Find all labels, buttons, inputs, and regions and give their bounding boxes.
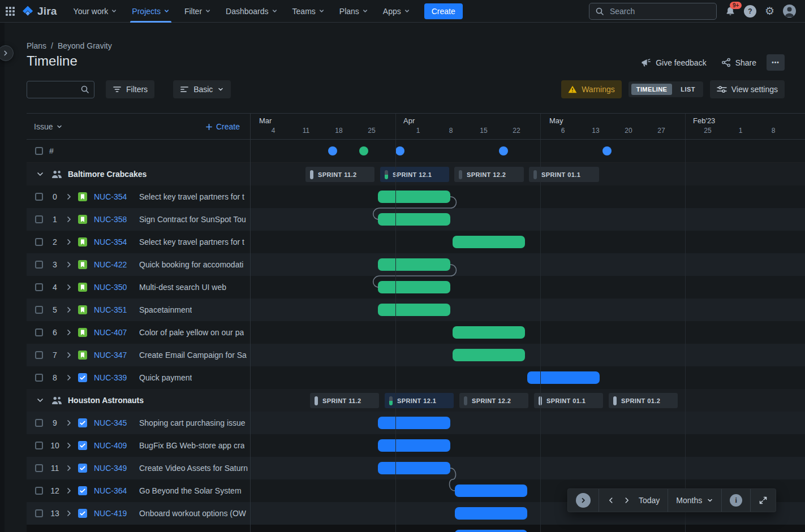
expand-row-icon[interactable] (64, 509, 74, 518)
gantt-bar[interactable] (455, 530, 527, 532)
global-search-input[interactable] (609, 6, 711, 16)
filter-search-input[interactable] (32, 85, 77, 94)
zoom-level-dropdown[interactable]: Months (676, 496, 713, 505)
fullscreen-button[interactable] (759, 496, 768, 505)
gantt-bar[interactable] (378, 191, 450, 203)
gantt-bar[interactable] (378, 439, 450, 452)
issue-key-link[interactable]: NUC-347 (94, 351, 134, 360)
expand-row-icon[interactable] (64, 441, 74, 450)
issue-key-link[interactable]: NUC-354 (94, 192, 134, 201)
row-checkbox[interactable] (35, 147, 43, 155)
tab-list[interactable]: LIST (675, 84, 700, 95)
issue-key-link[interactable]: NUC-350 (94, 283, 134, 292)
expand-row-icon[interactable] (64, 464, 74, 473)
expand-row-icon[interactable] (64, 351, 74, 360)
release-marker[interactable] (499, 146, 508, 155)
issue-key-link[interactable]: NUC-358 (94, 215, 134, 224)
row-checkbox[interactable] (35, 261, 43, 269)
give-feedback-button[interactable]: Give feedback (636, 55, 711, 70)
row-checkbox[interactable] (35, 487, 43, 495)
global-search[interactable] (589, 3, 717, 20)
collapse-group-icon[interactable] (36, 170, 45, 179)
info-button[interactable]: i (730, 494, 742, 507)
sprint-bar[interactable]: SPRINT 01.1 (529, 167, 599, 182)
gantt-bar[interactable] (378, 213, 450, 226)
gantt-bar[interactable] (378, 417, 450, 429)
release-marker[interactable] (602, 146, 612, 155)
nav-item-teams[interactable]: Teams (285, 0, 332, 23)
issue-key-link[interactable]: NUC-422 (94, 260, 134, 269)
issue-key-link[interactable]: NUC-349 (94, 464, 134, 473)
filters-button[interactable]: Filters (106, 80, 154, 98)
release-marker[interactable] (359, 146, 368, 155)
row-checkbox[interactable] (35, 464, 43, 472)
expand-row-icon[interactable] (64, 305, 74, 314)
nav-item-projects[interactable]: Projects (124, 0, 177, 23)
gantt-bar[interactable] (527, 371, 600, 384)
sprint-bar[interactable]: SPRINT 01.1 (534, 393, 603, 408)
gantt-bar[interactable] (453, 349, 525, 361)
nav-item-filter[interactable]: Filter (177, 0, 218, 23)
issue-key-link[interactable]: NUC-351 (94, 305, 134, 314)
warnings-button[interactable]: Warnings (561, 80, 622, 98)
sprint-bar[interactable]: SPRINT 12.2 (459, 393, 528, 408)
gantt-bar[interactable] (378, 281, 450, 293)
settings-gear-icon[interactable]: ⚙ (765, 6, 774, 16)
issue-key-link[interactable]: NUC-339 (94, 373, 134, 382)
share-button[interactable]: Share (717, 55, 761, 70)
breadcrumb-plan-name[interactable]: Beyond Gravity (58, 41, 112, 50)
issue-key-link[interactable]: NUC-354 (94, 237, 134, 246)
help-button[interactable]: ? (744, 5, 756, 18)
sprint-bar[interactable]: SPRINT 11.2 (305, 167, 374, 182)
expand-row-icon[interactable] (64, 192, 74, 201)
today-button[interactable]: Today (639, 496, 660, 505)
nav-item-plans[interactable]: Plans (332, 0, 376, 23)
gantt-bar[interactable] (453, 326, 525, 339)
issue-key-link[interactable]: NUC-419 (94, 509, 134, 518)
row-checkbox[interactable] (35, 351, 43, 359)
gantt-bar[interactable] (378, 258, 450, 271)
expand-row-icon[interactable] (64, 283, 74, 292)
collapse-toolbar-button[interactable] (576, 493, 591, 508)
release-marker[interactable] (328, 146, 337, 155)
row-checkbox[interactable] (35, 328, 43, 336)
breadcrumb-plans[interactable]: Plans (27, 41, 46, 50)
gantt-bar[interactable] (378, 304, 450, 316)
expand-row-icon[interactable] (64, 260, 74, 269)
issue-key-link[interactable]: NUC-407 (94, 328, 134, 337)
gantt-bar[interactable] (455, 485, 527, 497)
jira-logo[interactable]: Jira (21, 5, 57, 18)
row-checkbox[interactable] (35, 509, 43, 517)
expand-row-icon[interactable] (64, 215, 74, 224)
expand-row-icon[interactable] (64, 486, 74, 495)
release-marker[interactable] (395, 146, 404, 155)
avatar[interactable] (783, 5, 796, 18)
app-switcher-icon[interactable] (6, 7, 15, 16)
sprint-bar[interactable]: SPRINT 12.2 (454, 167, 524, 182)
create-button[interactable]: Create (424, 3, 463, 19)
more-actions-button[interactable]: ••• (767, 54, 785, 71)
nav-item-your-work[interactable]: Your work (66, 0, 125, 23)
row-checkbox[interactable] (35, 374, 43, 382)
notifications-button[interactable]: 9+ (725, 6, 735, 16)
scroll-right-button[interactable] (623, 496, 631, 504)
gantt-bar[interactable] (378, 462, 450, 474)
expand-row-icon[interactable] (64, 418, 74, 427)
sprint-bar[interactable]: SPRINT 11.2 (310, 393, 379, 408)
issue-key-link[interactable]: NUC-345 (94, 418, 134, 427)
expand-row-icon[interactable] (64, 237, 74, 246)
issue-key-link[interactable]: NUC-409 (94, 441, 134, 450)
expand-sidebar-button[interactable] (0, 45, 14, 61)
row-checkbox[interactable] (35, 419, 43, 427)
gantt-bar[interactable] (453, 236, 525, 248)
row-checkbox[interactable] (35, 306, 43, 314)
expand-row-icon[interactable] (64, 328, 74, 337)
view-mode-dropdown[interactable]: Basic (173, 80, 231, 98)
tab-timeline[interactable]: TIMELINE (631, 84, 673, 95)
expand-row-icon[interactable] (64, 373, 74, 382)
gantt-bar[interactable] (455, 507, 527, 520)
scroll-left-button[interactable] (607, 496, 615, 504)
filter-search-box[interactable] (27, 81, 94, 98)
row-checkbox[interactable] (35, 238, 43, 246)
create-issue-button[interactable]: Create (205, 122, 240, 131)
